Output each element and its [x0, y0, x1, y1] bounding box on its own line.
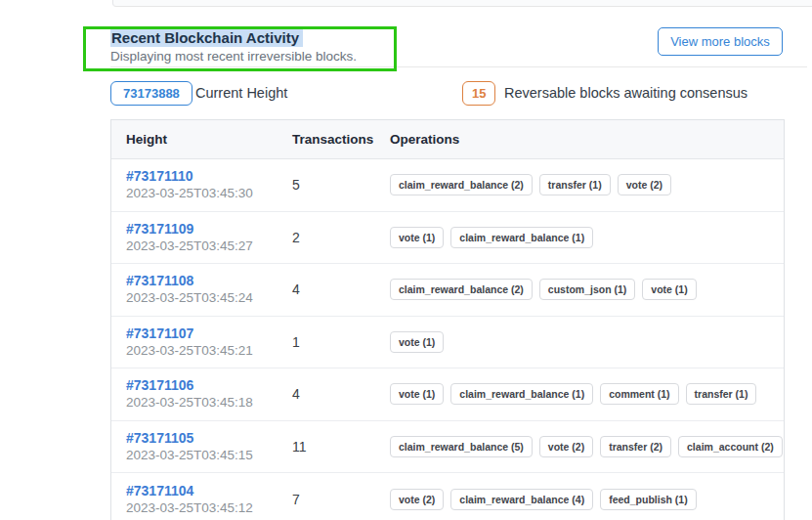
height-cell: #73171105 2023-03-25T03:45:15	[111, 429, 292, 464]
operation-badge: claim_account (2)	[678, 436, 783, 457]
operation-badge: claim_reward_balance (2)	[390, 174, 533, 195]
transactions-count: 7	[292, 492, 390, 507]
operation-badge: claim_reward_balance (2)	[390, 279, 533, 300]
transactions-count: 4	[292, 386, 390, 402]
operation-badge: vote (1)	[390, 383, 444, 405]
blocks-table: Height Transactions Operations #73171110…	[110, 119, 785, 520]
page-title: Recent Blockchain Activity	[110, 28, 303, 47]
block-link[interactable]: #73171109	[126, 220, 292, 238]
operations-cell: claim_reward_balance (2)transfer (1)vote…	[390, 174, 784, 195]
operation-badge: transfer (2)	[600, 436, 671, 457]
operation-badge: custom_json (1)	[539, 279, 636, 300]
operation-badge: vote (1)	[390, 227, 444, 248]
block-link[interactable]: #73171105	[126, 429, 292, 447]
transactions-count: 4	[292, 282, 390, 297]
block-link[interactable]: #73171106	[126, 376, 292, 394]
status-row: 73173888 Current Height 15 Reversable bl…	[110, 81, 794, 107]
header-divider	[110, 66, 807, 67]
block-link[interactable]: #73171108	[126, 272, 292, 289]
height-cell: #73171106 2023-03-25T03:45:18	[111, 376, 292, 412]
height-cell: #73171109 2023-03-25T03:45:27	[111, 220, 292, 255]
reversible-blocks-label: Reversable blocks awaiting consensus	[504, 85, 748, 101]
table-body: #73171110 2023-03-25T03:45:30 5 claim_re…	[111, 159, 784, 520]
block-timestamp: 2023-03-25T03:45:12	[126, 499, 292, 517]
operation-badge: vote (2)	[390, 489, 444, 510]
block-link[interactable]: #73171110	[126, 167, 292, 185]
column-header-operations: Operations	[390, 132, 784, 147]
column-header-transactions: Transactions	[292, 132, 390, 147]
table-header-row: Height Transactions Operations	[111, 120, 784, 159]
current-height-badge: 73173888	[110, 81, 192, 106]
block-link[interactable]: #73171107	[126, 325, 292, 342]
block-timestamp: 2023-03-25T03:45:24	[126, 289, 292, 307]
operation-badge: vote (2)	[618, 174, 671, 195]
operation-badge: feed_publish (1)	[600, 489, 697, 510]
table-row: #73171107 2023-03-25T03:45:21 1 vote (1)	[111, 317, 784, 369]
operations-cell: vote (1)	[390, 331, 784, 353]
block-timestamp: 2023-03-25T03:45:21	[126, 342, 292, 360]
page-header: Recent Blockchain Activity Displaying mo…	[110, 28, 357, 64]
table-row: #73171104 2023-03-25T03:45:12 7 vote (2)…	[111, 473, 784, 520]
previous-card-bottom-edge	[112, 0, 812, 7]
column-header-height: Height	[111, 132, 292, 147]
block-timestamp: 2023-03-25T03:45:27	[126, 238, 292, 255]
table-row: #73171105 2023-03-25T03:45:15 11 claim_r…	[111, 421, 784, 474]
operations-cell: claim_reward_balance (2)custom_json (1)v…	[390, 279, 784, 300]
page-subtitle: Displaying most recent irreversible bloc…	[110, 49, 357, 64]
table-row: #73171109 2023-03-25T03:45:27 2 vote (1)…	[111, 212, 784, 265]
operations-cell: vote (1)claim_reward_balance (1)comment …	[390, 383, 784, 405]
operation-badge: vote (1)	[642, 279, 696, 300]
operations-cell: claim_reward_balance (5)vote (2)transfer…	[390, 436, 789, 457]
table-row: #73171106 2023-03-25T03:45:18 4 vote (1)…	[111, 368, 784, 421]
operations-cell: vote (1)claim_reward_balance (1)	[390, 227, 784, 248]
block-timestamp: 2023-03-25T03:45:30	[126, 185, 292, 202]
current-height-label: Current Height	[195, 85, 287, 101]
block-timestamp: 2023-03-25T03:45:15	[126, 447, 292, 464]
transactions-count: 11	[292, 439, 390, 455]
operation-badge: transfer (1)	[539, 174, 611, 195]
operation-badge: claim_reward_balance (4)	[450, 489, 593, 510]
reversible-count-badge: 15	[462, 81, 495, 106]
transactions-count: 2	[292, 230, 390, 245]
view-more-blocks-button[interactable]: View more blocks	[658, 27, 783, 56]
operation-badge: claim_reward_balance (1)	[450, 383, 593, 405]
operation-badge: comment (1)	[600, 383, 678, 405]
block-link[interactable]: #73171104	[126, 482, 292, 499]
operation-badge: vote (2)	[539, 436, 593, 457]
operation-badge: claim_reward_balance (1)	[450, 227, 593, 248]
operation-badge: transfer (1)	[686, 383, 757, 405]
height-cell: #73171108 2023-03-25T03:45:24	[111, 272, 292, 307]
operation-badge: claim_reward_balance (5)	[390, 436, 533, 457]
transactions-count: 1	[292, 334, 390, 350]
table-row: #73171108 2023-03-25T03:45:24 4 claim_re…	[111, 264, 784, 317]
operations-cell: vote (2)claim_reward_balance (4)feed_pub…	[390, 489, 784, 510]
transactions-count: 5	[292, 177, 390, 193]
operation-badge: vote (1)	[390, 331, 444, 353]
block-timestamp: 2023-03-25T03:45:18	[126, 394, 292, 412]
height-cell: #73171110 2023-03-25T03:45:30	[111, 167, 292, 202]
height-cell: #73171107 2023-03-25T03:45:21	[111, 325, 292, 360]
table-row: #73171110 2023-03-25T03:45:30 5 claim_re…	[111, 159, 784, 212]
height-cell: #73171104 2023-03-25T03:45:12	[111, 482, 292, 517]
